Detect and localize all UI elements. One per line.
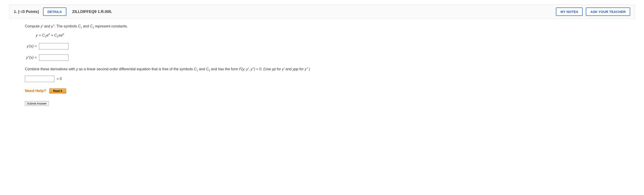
my-notes-button[interactable]: MY NOTES xyxy=(556,8,582,16)
equation-given: y = C1ex + C2xex xyxy=(36,33,619,38)
details-button[interactable]: DETAILS xyxy=(43,8,66,16)
need-help-label: Need Help? xyxy=(25,89,46,93)
submit-answer-button[interactable]: Submit Answer xyxy=(25,101,49,106)
input-ydprime[interactable] xyxy=(39,54,68,61)
instruction-1: Compute y' and y''. The symbols C1 and C… xyxy=(25,24,619,29)
row-yprime: y'(x) = xyxy=(25,43,619,49)
ask-teacher-button[interactable]: ASK YOUR TEACHER xyxy=(586,8,630,16)
question-content: Compute y' and y''. The symbols C1 and C… xyxy=(9,19,635,108)
question-code: ZILLDIFFEQ9 1.R.005. xyxy=(72,10,112,14)
row-ode: = 0 xyxy=(25,76,619,82)
question-number: 1. [–/3 Points] xyxy=(14,10,39,14)
label-yprime: y'(x) = xyxy=(25,44,37,48)
row-ydprime: y''(x) = xyxy=(25,54,619,61)
header-left: 1. [–/3 Points] DETAILS ZILLDIFFEQ9 1.R.… xyxy=(14,8,556,16)
read-it-button[interactable]: Read It xyxy=(50,88,66,93)
header-right: MY NOTES ASK YOUR TEACHER xyxy=(556,8,630,16)
label-ydprime: y''(x) = xyxy=(25,56,37,60)
instruction-2: Combine these derivatives with y as a li… xyxy=(25,67,619,72)
need-help-row: Need Help? Read It xyxy=(25,88,619,93)
input-ode[interactable] xyxy=(25,76,54,82)
question-header: 1. [–/3 Points] DETAILS ZILLDIFFEQ9 1.R.… xyxy=(9,5,635,19)
input-yprime[interactable] xyxy=(39,43,68,49)
equals-zero: = 0 xyxy=(57,77,62,81)
